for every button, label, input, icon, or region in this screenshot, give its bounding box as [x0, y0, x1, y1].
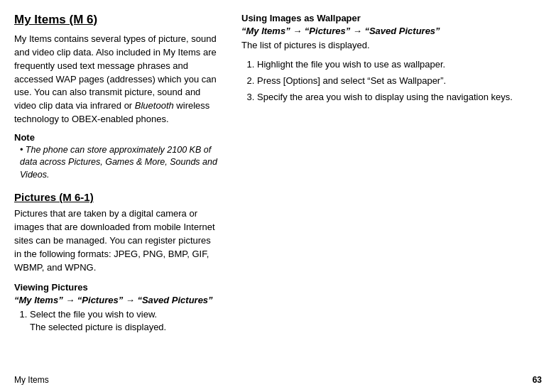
viewing-step-1: Select the file you wish to view.The sel…	[30, 308, 220, 335]
wallpaper-nav-desc: The list of pictures is displayed.	[241, 39, 542, 53]
bluetooth-text: Bluetooth	[135, 100, 174, 111]
footer-page-number: 63	[533, 375, 542, 385]
wallpaper-title: Using Images as Wallpaper	[241, 13, 542, 23]
note-label: Note	[14, 132, 220, 143]
right-column: Using Images as Wallpaper “My Items” → “…	[234, 13, 542, 371]
left-column: My Items (M 6) My Items contains several…	[14, 13, 234, 371]
main-title-text: My Items (M 6)	[14, 13, 97, 26]
viewing-pictures-title: Viewing Pictures	[14, 282, 220, 293]
wallpaper-step-3: Specify the area you wish to display usi…	[257, 91, 542, 104]
note-text: • The phone can store approximately 2100…	[14, 144, 220, 182]
pictures-section-title: Pictures (M 6-1)	[14, 191, 220, 203]
main-title: My Items (M 6)	[14, 13, 220, 27]
viewing-steps-list: Select the file you wish to view.The sel…	[14, 308, 220, 335]
footer-section-title: My Items	[14, 375, 49, 385]
page-footer: My Items 63	[0, 375, 556, 385]
wallpaper-step-2: Press [Options] and select “Set as Wallp…	[257, 75, 542, 88]
viewing-step-1b: The selected picture is displayed.	[30, 322, 166, 332]
wallpaper-nav-path: “My Items” → “Pictures” → “Saved Picture…	[241, 26, 542, 36]
intro-paragraph: My Items contains several types of pictu…	[14, 33, 220, 126]
pictures-intro: Pictures that are taken by a digital cam…	[14, 207, 220, 274]
wallpaper-steps-list: Highlight the file you wish to use as wa…	[241, 58, 542, 104]
viewing-nav-path: “My Items” → “Pictures” → “Saved Picture…	[14, 295, 220, 305]
wallpaper-step-1: Highlight the file you wish to use as wa…	[257, 58, 542, 72]
